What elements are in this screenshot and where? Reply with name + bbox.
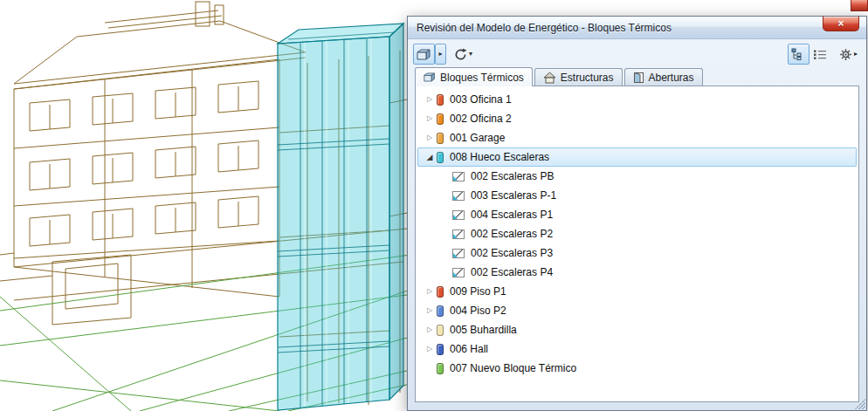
tab-label: Estructuras — [561, 72, 614, 84]
refresh-button[interactable]: ▾ — [451, 44, 476, 65]
tree-item-label: 004 Piso P2 — [450, 305, 506, 317]
tree-item[interactable]: 002 Escaleras P3 — [416, 243, 858, 263]
tree-item-label: 005 Buhardilla — [450, 324, 517, 336]
thermal-blocks-dialog: Revisión del Modelo de Energético - Bloq… — [407, 16, 867, 411]
tree-item[interactable]: 004 Escaleras P1 — [416, 205, 858, 224]
tree-item[interactable]: 003 Escaleras P-1 — [416, 186, 858, 205]
expander-icon[interactable]: ▷ — [423, 307, 437, 314]
tree-item-label: 002 Escaleras P2 — [471, 228, 553, 240]
thermal-blocks-tree: ▷ 003 Oficina 1 ▷ 002 Oficina 2 ▷ 001 Ga… — [415, 86, 859, 402]
tab-label: Aberturas — [649, 72, 694, 84]
tab-bloques-termicos[interactable]: Bloques Térmicos — [415, 67, 533, 86]
tree-item[interactable]: ▷ 002 Oficina 2 — [416, 109, 858, 128]
block-color-icon — [437, 286, 444, 298]
tree-item-label: 006 Hall — [450, 343, 488, 355]
block-color-icon — [437, 325, 444, 336]
tree-view-button[interactable] — [788, 44, 809, 65]
tree-item-label: 004 Escaleras P1 — [471, 209, 553, 221]
tree-item[interactable]: 002 Escaleras P2 — [416, 224, 858, 243]
app-close-button[interactable] — [851, 0, 868, 11]
tree-item-label: 003 Escaleras P-1 — [471, 189, 556, 202]
tree-item[interactable]: ▷ 003 Oficina 1 — [416, 90, 858, 109]
tab-label: Bloques Térmicos — [440, 72, 524, 84]
expander-icon[interactable]: ▷ — [423, 96, 437, 103]
refresh-icon — [454, 48, 467, 61]
tab-strip: Bloques Térmicos Estructuras Aberturas — [408, 66, 866, 86]
tab-estructuras[interactable]: Estructuras — [534, 68, 623, 86]
thermal-blocks-tab-icon — [424, 72, 436, 83]
tree-item[interactable]: ▷ 005 Buhardilla — [416, 320, 858, 339]
expander-icon[interactable]: ▷ — [423, 134, 437, 141]
tree-item-label: 002 Escaleras P4 — [471, 266, 553, 278]
block-color-icon — [437, 363, 444, 374]
block-color-icon — [437, 305, 444, 317]
selected-thermal-block-3d — [278, 24, 403, 410]
block-color-icon — [437, 344, 444, 355]
settings-button[interactable]: ▸ — [836, 44, 861, 65]
tree-item[interactable]: 007 Nuevo Bloque Térmico — [416, 359, 858, 378]
refresh-dropdown-icon: ▾ — [469, 51, 472, 58]
tree-item-label: 008 Hueco Escaleras — [450, 151, 549, 163]
tree-item[interactable]: 002 Escaleras P4 — [416, 263, 858, 282]
zone-icon — [452, 210, 465, 220]
openings-tab-icon — [633, 72, 644, 84]
tree-item-label: 002 Escaleras P3 — [471, 247, 553, 259]
zone-icon — [452, 191, 465, 201]
dialog-titlebar[interactable]: Revisión del Modelo de Energético - Bloq… — [408, 17, 866, 39]
tree-item-label: 001 Garage — [450, 132, 505, 144]
thermal-blocks-view-button[interactable] — [413, 44, 435, 65]
tree-item-label: 009 Piso P1 — [450, 285, 506, 298]
expander-icon[interactable]: ▷ — [423, 288, 437, 295]
gear-icon — [839, 48, 852, 61]
block-color-icon — [437, 152, 444, 163]
tab-aberturas[interactable]: Aberturas — [624, 68, 703, 86]
list-view-button[interactable] — [809, 44, 831, 65]
settings-flyout-icon: ▸ — [854, 51, 858, 58]
flyout-arrow-icon: ▸ — [438, 51, 442, 58]
list-view-icon — [813, 49, 827, 60]
thermal-blocks-icon — [417, 48, 431, 61]
expander-icon[interactable]: ◢ — [423, 154, 437, 161]
zone-icon — [452, 249, 465, 258]
dialog-toolbar: ▸ ▾ — [408, 39, 866, 66]
tree-item-label: 002 Oficina 2 — [450, 113, 512, 125]
dialog-close-button[interactable]: × — [823, 16, 859, 31]
zone-icon — [452, 229, 465, 239]
tree-item[interactable]: ▷ 006 Hall — [416, 339, 858, 359]
zone-icon — [452, 172, 465, 182]
structures-tab-icon — [543, 72, 556, 84]
tree-item[interactable]: 002 Escaleras PB — [416, 167, 858, 186]
tree-view-icon — [791, 48, 805, 60]
tree-item[interactable]: ▷ 004 Piso P2 — [416, 301, 858, 320]
tree-item-label: 007 Nuevo Bloque Térmico — [450, 362, 576, 374]
expander-icon[interactable]: ▷ — [423, 346, 437, 353]
expander-icon[interactable]: ▷ — [423, 115, 437, 122]
tree-item-selected[interactable]: ◢ 008 Hueco Escaleras — [417, 147, 857, 167]
tree-item[interactable]: ▷ 001 Garage — [416, 128, 858, 147]
tree-item[interactable]: ▷ 009 Piso P1 — [416, 282, 858, 301]
view-flyout-button[interactable]: ▸ — [435, 44, 446, 65]
block-color-icon — [437, 113, 444, 125]
zone-icon — [452, 268, 465, 277]
dialog-title: Revisión del Modelo de Energético - Bloq… — [417, 22, 672, 34]
tree-item-label: 002 Escaleras PB — [471, 170, 554, 182]
block-color-icon — [437, 133, 444, 144]
tree-item-label: 003 Oficina 1 — [450, 93, 512, 106]
wireframe-building — [0, 0, 410, 411]
expander-icon[interactable]: ▷ — [423, 326, 437, 333]
block-color-icon — [437, 94, 444, 106]
